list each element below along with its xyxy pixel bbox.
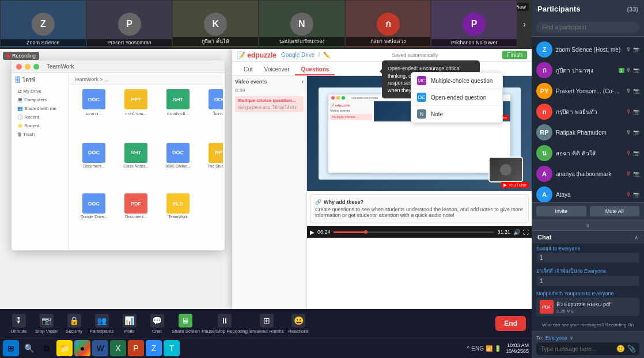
video-thumb-kasaya[interactable]: ก กสยา พงษ์แสวง [345, 0, 431, 48]
recording-label: Recording [12, 53, 36, 59]
video-thumb-prichanon[interactable]: P Prichanon Noisuwer [431, 0, 517, 48]
ep-tab-voiceover[interactable]: Voiceover [259, 64, 296, 75]
ep-volume-btn[interactable]: 🔊 [513, 229, 520, 235]
video-thumb-zoom-science[interactable]: Z Zoom Science [0, 0, 86, 48]
participant-kupida[interactable]: ก กูปีดา ปามาพุง 1 🎙 📷 [532, 60, 644, 81]
ep-content: edpuzzle.com/media 📝 edpuzzle Video even… [307, 76, 532, 309]
win-zoom-icon[interactable]: Z [146, 340, 162, 356]
gd-file-5[interactable]: DOC Document... [74, 141, 114, 191]
gd-maximize-dot[interactable] [33, 64, 39, 70]
ep-oe-question[interactable]: OE Open-ended question [411, 89, 502, 106]
avatar-p6: น [536, 145, 552, 161]
mute-all-button[interactable]: Mute All [590, 206, 640, 216]
video-thumb-prasert[interactable]: P Prasert Yoosomran [86, 0, 173, 48]
participant-ataya[interactable]: A Ataya 🎙 📷 [532, 184, 644, 202]
win-fileexplorer-icon[interactable]: 📁 [56, 340, 73, 356]
chat-section: Chat ∧ Somrit to Everyone 1 อาเจ็กส์ เจ้… [532, 230, 644, 358]
participant-prasert-y[interactable]: PY Prasert Yoosom... (Co-host) 🎙 📷 [532, 81, 644, 101]
ep-fullscreen-btn[interactable]: ⛶ [523, 229, 529, 235]
participant-search-input[interactable] [536, 22, 639, 33]
participant-krupidat[interactable]: n กรุปีดา พลยืนทั่ว 🎙 📷 [532, 101, 644, 122]
win-expand-icon[interactable]: ^ [467, 345, 470, 352]
ep-tab-cut[interactable]: Cut [238, 64, 259, 75]
gd-file-4[interactable]: DOC ใบงาน... [200, 87, 223, 139]
gd-trash[interactable]: 🗑 Trash [14, 130, 66, 139]
gd-file-11[interactable]: FLD TeamWork [158, 192, 198, 241]
ep-event-item[interactable]: Multiple-choice question... Google Drive… [235, 96, 304, 112]
chat-button[interactable]: 💬 Chat [144, 314, 170, 334]
invite-button[interactable]: Invite [536, 206, 586, 216]
video-thumb-krupida[interactable]: K กูปีดา ตั้นได้ [172, 0, 259, 48]
panel-collapse-arrow[interactable]: ∨ [532, 220, 644, 230]
stop-video-button[interactable]: 📷 Stop Video [33, 314, 59, 334]
gd-file-1[interactable]: DOC เอกสาร... [74, 87, 114, 139]
win-excel-icon[interactable]: X [110, 340, 126, 356]
gd-file-2[interactable]: PPT การนำเสน... [116, 87, 156, 139]
ep-mc-question[interactable]: MC Multiple-choice question [411, 73, 502, 89]
ep-note[interactable]: N Note [411, 106, 502, 123]
ep-finish-button[interactable]: Finish [502, 51, 527, 59]
avatar-p3: PY [536, 83, 552, 99]
participant-sosa[interactable]: น สอฉา คิดิ คิวใส้ 🎙 📷 [532, 143, 644, 163]
reactions-button[interactable]: 😀 Reactions [286, 314, 312, 334]
ep-progress-bar[interactable] [334, 231, 495, 233]
pname-zoom-science: zoom Science (Host, me) [556, 47, 623, 53]
win-start-icon[interactable]: ⊞ [3, 340, 19, 356]
win-chrome-icon[interactable]: ● [74, 340, 90, 356]
pause-recording-button[interactable]: ⏸ Pause/Stop Recording [202, 314, 248, 334]
ep-google-drive-link[interactable]: Google Drive [281, 52, 315, 58]
participant-zoom-science[interactable]: Z zoom Science (Host, me) 🎙 📷 [532, 39, 644, 60]
gd-close-dot[interactable] [16, 64, 22, 70]
emoji-icon[interactable]: 🙂 [616, 345, 625, 353]
file-attach-icon[interactable]: 📎 [627, 345, 636, 353]
chat-icon: 💬 [150, 314, 164, 327]
gd-recent[interactable]: 🕒 Recent [14, 113, 66, 121]
gd-file-3[interactable]: SHT แบบประเมิ... [158, 87, 198, 139]
participant-name-prichanon: Prichanon Noisuwer [431, 39, 517, 46]
participant-ananya[interactable]: A ananya thaiboonmark 🎙 📷 [532, 163, 644, 184]
participant-ratipak[interactable]: RP Ratipak Phamudom 🎙 📷 [532, 122, 644, 143]
ep-edit-link[interactable]: ✏️ [323, 52, 330, 58]
gd-shared[interactable]: 👥 Shared with me [14, 104, 66, 113]
zoom-toolbar-left: 🎙 Unmute 📷 Stop Video 🔒 Security 👥 Parti… [6, 314, 312, 334]
gd-my-drive[interactable]: 🗂 My Drive [14, 87, 66, 96]
chat-header[interactable]: Chat ∧ [532, 231, 644, 243]
chat-text-2: 1 [536, 276, 639, 286]
chat-to-dropdown[interactable]: ∨ [570, 335, 574, 341]
ep-progress-fill [334, 231, 366, 233]
gd-file-10[interactable]: PDF Document... [116, 192, 156, 241]
mic-muted-6: 🎙 [626, 150, 631, 156]
ep-collapse-icon[interactable]: ‹ [302, 79, 304, 85]
gd-file-8[interactable]: PPT The Student... [200, 141, 223, 191]
video-thumb-nopadech[interactable]: N นอปเดช/เกรียบกรอง [259, 0, 345, 48]
participants-button[interactable]: 👥 Participants [89, 314, 115, 334]
gd-minimize-dot[interactable] [25, 64, 31, 70]
win-taskview-icon[interactable]: ⧉ [39, 340, 55, 356]
chat-file-attachment[interactable]: PDF คิว Edpuzzle RERU.pdf 2.26 MB [536, 298, 639, 316]
win-powerpoint-icon[interactable]: P [128, 340, 144, 356]
pname-kupida: กูปีดา ปามาพุง [556, 66, 615, 75]
win-battery-icon: 🔋 [494, 345, 501, 352]
breakout-rooms-button[interactable]: ⊞ Breakout Rooms [249, 314, 284, 334]
edpuzzle-top-bar: 📝 edpuzzle Google Drive / ✏️ Saved autom… [232, 49, 532, 62]
share-screen-button[interactable]: 🖥 Share Screen [172, 314, 200, 334]
end-meeting-button[interactable]: End [495, 316, 526, 331]
chat-messages: Somrit to Everyone 1 อาเจ็กส์ เจ้าฝั่นเป… [532, 243, 644, 332]
gd-file-9[interactable]: DOC Google Drive... [74, 192, 114, 241]
gd-file-6[interactable]: SHT Class Notes... [116, 141, 156, 191]
win-word-icon[interactable]: W [92, 340, 108, 356]
polls-button[interactable]: 📊 Polls [116, 314, 142, 334]
ep-play-btn[interactable]: ▶ [310, 229, 315, 235]
chat-sender-2: อาเจ็กส์ เจ้าฝั่นเป็น to Everyone [536, 267, 639, 275]
p-icons-4: 🎙 📷 [626, 109, 639, 115]
unmute-button[interactable]: 🎙 Unmute [6, 314, 32, 334]
gd-starred[interactable]: ⭐ Starred [14, 121, 66, 130]
win-app-icon[interactable]: T [164, 340, 180, 356]
win-search-icon[interactable]: 🔍 [21, 340, 37, 356]
screen-share-content: TeamWork 🗄 ไดรฟ์ 🗂 My Drive 💻 Computers [0, 49, 532, 309]
gd-computers[interactable]: 💻 Computers [14, 96, 66, 104]
gd-file-7[interactable]: DOC 8888 Online... [158, 141, 198, 191]
ep-tab-questions[interactable]: Questions [295, 64, 335, 75]
security-button[interactable]: 🔒 Security [61, 314, 87, 334]
chat-message-input[interactable] [541, 346, 614, 352]
